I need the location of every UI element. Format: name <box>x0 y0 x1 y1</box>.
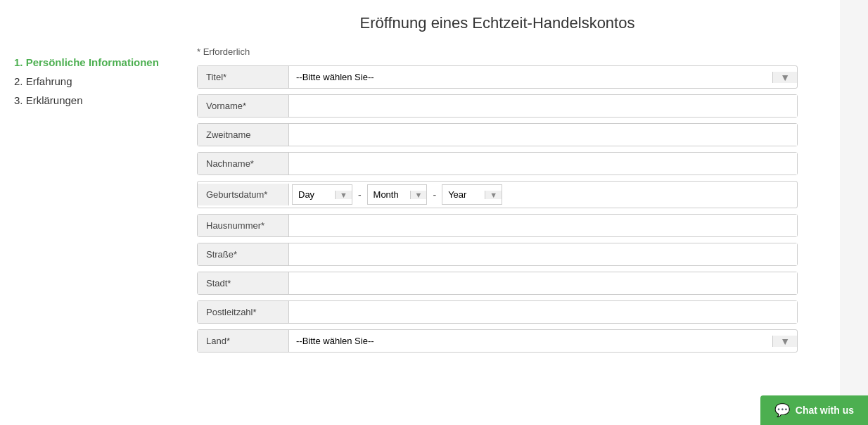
nachname-row: Nachname* <box>197 152 798 175</box>
postleitzahl-input[interactable] <box>289 301 797 323</box>
sidebar-item-personal[interactable]: 1. Persönliche Informationen <box>14 56 169 68</box>
dob-sep-2: - <box>430 189 439 201</box>
dob-month-arrow-icon: ▼ <box>410 191 427 199</box>
stadt-row: Stadt* <box>197 272 798 295</box>
right-divider <box>840 0 868 425</box>
postleitzahl-label: Postleitzahl* <box>198 301 289 323</box>
strasse-row: Straße* <box>197 243 798 266</box>
land-row: Land* --Bitte wählen Sie-- Deutschland Ö… <box>197 329 798 353</box>
dob-month-wrap: Month ▼ <box>367 184 428 205</box>
chat-button[interactable]: 💬 Chat with us <box>760 395 868 425</box>
nachname-input[interactable] <box>289 153 797 175</box>
strasse-input[interactable] <box>289 243 797 265</box>
dob-sep-1: - <box>355 189 364 201</box>
sidebar-item-declarations[interactable]: 3. Erklärungen <box>14 94 169 106</box>
dob-year-wrap: Year ▼ <box>442 184 502 205</box>
hausnummer-label: Hausnummer* <box>198 215 289 236</box>
titel-row: Titel* --Bitte wählen Sie-- Herr Frau ▼ <box>197 65 798 89</box>
zweitname-input[interactable] <box>289 124 797 146</box>
dob-day-arrow-icon: ▼ <box>335 191 352 199</box>
dob-year-select[interactable]: Year <box>442 185 485 204</box>
dob-label: Geburtsdatum* <box>198 184 289 205</box>
land-arrow-icon: ▼ <box>772 336 797 347</box>
nachname-label: Nachname* <box>198 153 289 175</box>
sidebar-item-experience[interactable]: 2. Erfahrung <box>14 75 169 87</box>
required-note: * Erforderlich <box>197 46 798 57</box>
chat-icon: 💬 <box>774 402 790 418</box>
dob-day-select[interactable]: Day <box>293 185 335 204</box>
dob-row: Geburtsdatum* Day ▼ - Month ▼ - <box>197 181 798 208</box>
hausnummer-row: Hausnummer* <box>197 214 798 237</box>
titel-label: Titel* <box>198 66 289 88</box>
stadt-input[interactable] <box>289 272 797 294</box>
hausnummer-input[interactable] <box>289 215 797 236</box>
page-title: Eröffnung eines Echtzeit-Handelskontos <box>197 14 798 32</box>
dob-day-wrap: Day ▼ <box>292 184 352 205</box>
chat-label: Chat with us <box>796 405 854 416</box>
zweitname-label: Zweitname <box>198 124 289 146</box>
titel-select-wrapper: --Bitte wählen Sie-- Herr Frau ▼ <box>289 66 797 88</box>
land-select[interactable]: --Bitte wählen Sie-- Deutschland Österre… <box>289 330 772 352</box>
vorname-label: Vorname* <box>198 95 289 117</box>
land-select-wrapper: --Bitte wählen Sie-- Deutschland Österre… <box>289 330 797 352</box>
main-content: Eröffnung eines Echtzeit-Handelskontos *… <box>183 0 840 425</box>
dob-year-arrow-icon: ▼ <box>485 191 502 199</box>
zweitname-row: Zweitname <box>197 123 798 146</box>
dob-select-group: Day ▼ - Month ▼ - Year ▼ <box>289 182 797 208</box>
vorname-row: Vorname* <box>197 94 798 118</box>
land-label: Land* <box>198 330 289 352</box>
titel-arrow-icon: ▼ <box>772 72 797 83</box>
strasse-label: Straße* <box>198 243 289 265</box>
titel-select[interactable]: --Bitte wählen Sie-- Herr Frau <box>289 66 772 88</box>
stadt-label: Stadt* <box>198 272 289 294</box>
postleitzahl-row: Postleitzahl* <box>197 300 798 324</box>
dob-month-select[interactable]: Month <box>368 185 410 204</box>
vorname-input[interactable] <box>289 95 797 117</box>
sidebar: 1. Persönliche Informationen 2. Erfahrun… <box>0 0 183 425</box>
